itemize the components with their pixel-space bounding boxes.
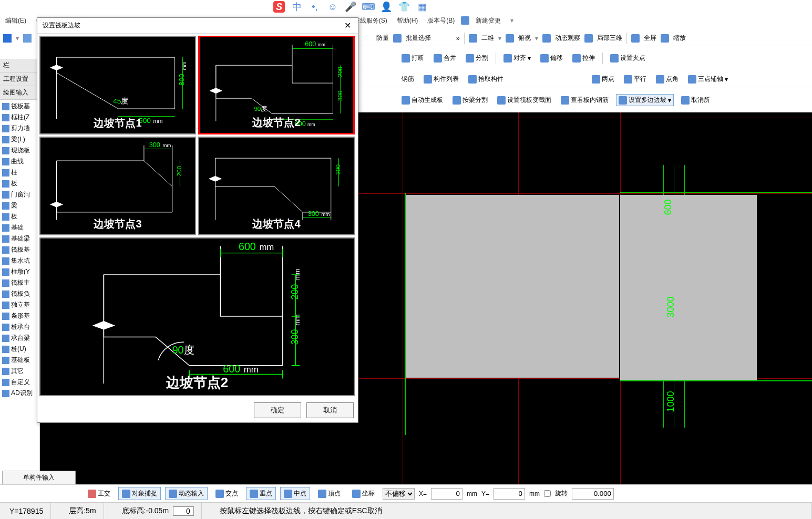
ime-keyboard-icon[interactable]: ⌨ bbox=[363, 1, 374, 13]
rb-multislopeset[interactable]: 设置多边边坡▾ bbox=[616, 94, 674, 106]
sidebar-item-21[interactable]: 承台梁 bbox=[0, 333, 39, 344]
sidebar-item-12[interactable]: 基础梁 bbox=[0, 233, 39, 244]
rb-beamsplit[interactable]: 按梁分割 bbox=[450, 95, 490, 106]
rb-viewrebar[interactable]: 查看板内钢筋 bbox=[559, 95, 611, 106]
sidebar-item-11[interactable]: 基础 bbox=[0, 222, 39, 233]
menu-edit[interactable]: 编辑(E) bbox=[2, 15, 29, 26]
rb-cancel[interactable]: 取消所 bbox=[679, 95, 712, 106]
menu-version[interactable]: 版本号(B) bbox=[424, 15, 458, 26]
parallel-icon bbox=[624, 75, 632, 84]
ime-person-icon[interactable]: 👤 bbox=[381, 1, 392, 13]
sidebar-item-9[interactable]: 梁 bbox=[0, 200, 39, 211]
x-input[interactable] bbox=[431, 488, 462, 500]
snap-perp[interactable]: 垂点 bbox=[246, 487, 276, 500]
ime-shirt-icon[interactable]: 👕 bbox=[398, 1, 410, 13]
tb-zoom[interactable]: 缩放 bbox=[673, 34, 686, 43]
slope-thumb-4[interactable]: 200 300mm 边坡节点4 bbox=[198, 137, 355, 235]
sidebar-item-16[interactable]: 筏板主 bbox=[0, 277, 39, 288]
sidebar-item-6[interactable]: 柱 bbox=[0, 167, 39, 178]
ime-zhong-icon[interactable]: 中 bbox=[291, 1, 303, 13]
rb-pick[interactable]: 拾取构件 bbox=[466, 74, 506, 85]
ime-grid-icon[interactable]: ▦ bbox=[416, 1, 428, 13]
tb-2d[interactable]: 二维 bbox=[481, 34, 494, 43]
snap-vertex[interactable]: 顶点 bbox=[314, 487, 344, 500]
tb-fangl[interactable]: 防量 bbox=[376, 34, 389, 43]
rb-offset[interactable]: 偏移 bbox=[538, 53, 565, 64]
sidebar-item-26[interactable]: AD识别 bbox=[0, 388, 39, 399]
tb-dynamic[interactable]: 动态观察 bbox=[555, 34, 580, 43]
rb-merge[interactable]: 合并 bbox=[431, 53, 458, 64]
snap-dyninput[interactable]: 动态输入 bbox=[165, 487, 208, 500]
sidebar-item-8[interactable]: 门窗洞 bbox=[0, 189, 39, 200]
sidebar-item-1[interactable]: 框柱(Z bbox=[0, 112, 39, 123]
sidebar-header-project[interactable]: 工程设置 bbox=[0, 72, 39, 86]
sidebar-item-icon bbox=[2, 257, 9, 265]
sidebar-item-14[interactable]: 集水坑 bbox=[0, 255, 39, 266]
slope-thumb-3[interactable]: 300mm 200 边坡节点3 bbox=[39, 137, 196, 235]
cancel-button[interactable]: 取消 bbox=[306, 402, 354, 418]
ok-button[interactable]: 确定 bbox=[254, 402, 301, 418]
dynamic-icon bbox=[542, 34, 551, 43]
rb-align[interactable]: 对齐▾ bbox=[501, 53, 533, 64]
sidebar-item-17[interactable]: 筏板负 bbox=[0, 288, 39, 299]
rb-rebar[interactable]: 钢筋 bbox=[399, 74, 416, 85]
save-icon[interactable] bbox=[3, 34, 12, 43]
snap-coord[interactable]: 坐标 bbox=[348, 487, 378, 500]
sidebar-item-10[interactable]: 板 bbox=[0, 211, 39, 222]
ime-mic-icon[interactable]: 🎤 bbox=[345, 1, 356, 13]
rotate-checkbox[interactable] bbox=[544, 490, 551, 497]
rb-threepoint[interactable]: 三点辅轴▾ bbox=[686, 74, 730, 85]
sidebar-item-0[interactable]: 筏板基 bbox=[0, 101, 39, 112]
close-icon[interactable]: ✕ bbox=[342, 20, 353, 31]
slope-thumb-1[interactable]: 45度 800mm 500mm 边坡节点1 bbox=[39, 36, 196, 134]
sidebar-item-5[interactable]: 曲线 bbox=[0, 156, 39, 167]
y-input[interactable] bbox=[494, 488, 525, 500]
sidebar-item-15[interactable]: 柱墩(Y bbox=[0, 266, 39, 277]
sidebar-item-19[interactable]: 条形基 bbox=[0, 310, 39, 321]
sidebar-item-23[interactable]: 基础板 bbox=[0, 355, 39, 366]
sidebar-item-18[interactable]: 独立基 bbox=[0, 299, 39, 310]
rb-twopoint[interactable]: 两点 bbox=[590, 74, 616, 85]
tb-local3d[interactable]: 局部三维 bbox=[597, 34, 622, 43]
snap-intersect[interactable]: 交点 bbox=[212, 487, 242, 500]
menu-help[interactable]: 帮助(H) bbox=[394, 15, 422, 26]
rb-grip[interactable]: 设置夹点 bbox=[608, 53, 647, 64]
offset-select[interactable]: 不偏移 bbox=[383, 488, 415, 500]
sidebar-item-25[interactable]: 自定义 bbox=[0, 377, 39, 388]
left-sidebar: 栏 工程设置 绘图输入 筏板基框柱(Z剪力墙梁(L)现浇板曲线柱板门窗洞梁板基础… bbox=[0, 59, 40, 484]
snap-osnap[interactable]: 对象捕捉 bbox=[118, 487, 161, 500]
svg-text:300: 300 bbox=[290, 329, 300, 345]
menu-new-change[interactable]: 新建变更 bbox=[472, 15, 504, 26]
slope-thumb-2[interactable]: 600mm 200 300 90度 600mm 边坡节点2 bbox=[198, 36, 355, 134]
sidebar-item-7[interactable]: 板 bbox=[0, 178, 39, 189]
rotate-input[interactable] bbox=[572, 488, 614, 500]
sidebar-item-22[interactable]: 桩(U) bbox=[0, 344, 39, 355]
sidebar-item-3[interactable]: 梁(L) bbox=[0, 134, 39, 145]
ime-smile-icon[interactable]: ☺ bbox=[327, 1, 338, 13]
rb-autogen[interactable]: 自动生成板 bbox=[399, 95, 445, 106]
rb-section[interactable]: 设置筏板变截面 bbox=[495, 95, 553, 106]
rb-angle[interactable]: 点角 bbox=[654, 74, 681, 85]
snap-mid[interactable]: 中点 bbox=[280, 487, 310, 500]
sidebar-item-icon bbox=[2, 158, 9, 165]
ime-s-icon[interactable]: S bbox=[273, 1, 285, 13]
undo-icon[interactable] bbox=[23, 34, 32, 43]
sidebar-item-4[interactable]: 现浇板 bbox=[0, 145, 39, 156]
rb-complist[interactable]: 构件列表 bbox=[422, 74, 461, 85]
sidebar-header-draw[interactable]: 绘图输入 bbox=[0, 86, 39, 100]
status-snap-bar: 正交 对象捕捉 动态输入 交点 垂点 中点 顶点 坐标 不偏移 X= mm Y=… bbox=[0, 484, 812, 502]
tb-top[interactable]: 俯视 bbox=[518, 34, 531, 43]
rb-split[interactable]: 分割 bbox=[464, 53, 490, 64]
single-input-button[interactable]: 单构件输入 bbox=[2, 471, 76, 485]
ime-punct-icon[interactable]: •, bbox=[309, 1, 321, 13]
rb-break[interactable]: 打断 bbox=[399, 53, 426, 64]
sidebar-item-2[interactable]: 剪力墙 bbox=[0, 123, 39, 134]
tb-fullscreen[interactable]: 全屏 bbox=[644, 34, 656, 43]
rb-stretch[interactable]: 拉伸 bbox=[570, 53, 597, 64]
tb-batch[interactable]: 批量选择 bbox=[406, 34, 431, 43]
rb-parallel[interactable]: 平行 bbox=[622, 74, 649, 85]
sidebar-item-24[interactable]: 其它 bbox=[0, 366, 39, 377]
sidebar-item-13[interactable]: 筏板基 bbox=[0, 244, 39, 255]
snap-ortho[interactable]: 正交 bbox=[84, 487, 114, 500]
sidebar-item-20[interactable]: 桩承台 bbox=[0, 321, 39, 333]
